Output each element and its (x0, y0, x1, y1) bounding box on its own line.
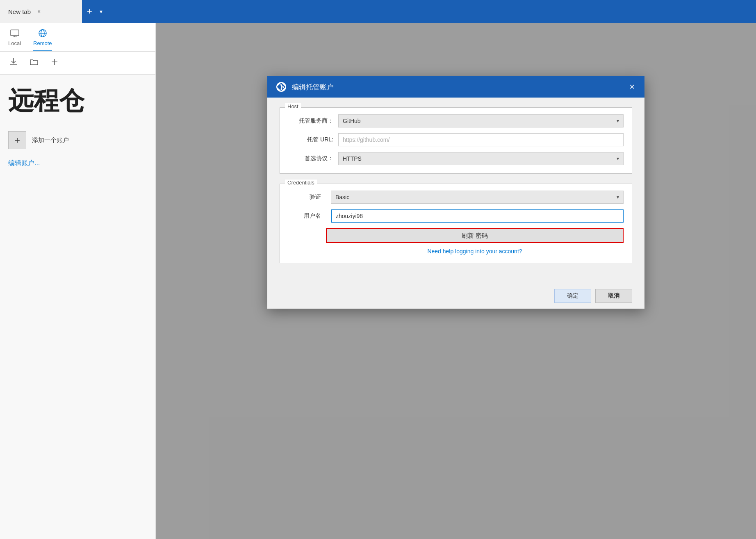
sidebar-nav: Local Remote (0, 23, 155, 52)
modal-header: 编辑托管账户 × (267, 76, 644, 98)
credentials-section: Credentials 验证 Basic ▾ 用户名 (280, 184, 632, 263)
username-input[interactable] (331, 209, 624, 223)
svg-rect-0 (11, 30, 19, 36)
auth-row: 验证 Basic ▾ (288, 191, 624, 204)
auth-label: 验证 (288, 193, 321, 201)
host-url-input[interactable]: https://github.com/ (338, 133, 624, 146)
tab-label: New tab (8, 8, 31, 15)
host-url-row: 托管 URL: https://github.com/ (288, 133, 624, 146)
local-tab-label: Local (8, 40, 21, 46)
host-provider-arrow: ▾ (617, 118, 619, 124)
host-provider-dropdown[interactable]: GitHub ▾ (338, 114, 624, 127)
add-account-label: 添加一个账户 (32, 136, 69, 144)
big-title-text: 远程仓 (8, 86, 84, 115)
host-url-placeholder: https://github.com/ (343, 136, 389, 143)
download-toolbar-button[interactable] (7, 55, 20, 71)
modal-overlay: 编辑托管账户 × Host 托管服务商： GitHub ▾ (156, 23, 756, 539)
add-account-button[interactable]: + (8, 131, 26, 149)
ok-button[interactable]: 确定 (554, 289, 591, 303)
host-legend: Host (285, 103, 301, 109)
tab-close-button[interactable]: × (35, 7, 43, 16)
host-protocol-arrow: ▾ (617, 156, 619, 161)
folder-toolbar-button[interactable] (27, 55, 41, 71)
host-section: Host 托管服务商： GitHub ▾ 托管 URL: (280, 107, 632, 174)
host-protocol-value: HTTPS (343, 155, 362, 162)
main-area: Local Remote (0, 23, 756, 539)
add-account-row: + 添加一个账户 (8, 131, 147, 149)
host-provider-label: 托管服务商： (288, 117, 333, 125)
sidebar: Local Remote (0, 23, 156, 539)
host-protocol-label: 首选协议： (288, 155, 333, 162)
credentials-legend: Credentials (285, 180, 317, 186)
host-provider-row: 托管服务商： GitHub ▾ (288, 114, 624, 127)
content-area: 编辑托管账户 × Host 托管服务商： GitHub ▾ (156, 23, 756, 539)
sidebar-item-local[interactable]: Local (8, 28, 21, 51)
refresh-password-button[interactable]: 刷新 密码 (326, 228, 624, 243)
auth-value: Basic (335, 194, 349, 200)
host-protocol-row: 首选协议： HTTPS ▾ (288, 152, 624, 165)
username-row: 用户名 (288, 209, 624, 223)
modal-body: Host 托管服务商： GitHub ▾ 托管 URL: (267, 98, 644, 283)
modal-title: 编辑托管账户 (292, 82, 623, 92)
modal-footer: 确定 取消 (267, 283, 644, 309)
big-title: 远程仓 (8, 87, 147, 115)
auth-dropdown[interactable]: Basic ▾ (331, 191, 624, 204)
help-link[interactable]: Need help logging into your account? (326, 248, 624, 255)
active-tab[interactable]: New tab × (0, 0, 82, 23)
host-url-label: 托管 URL: (288, 136, 333, 143)
username-label: 用户名 (288, 212, 321, 220)
new-tab-button[interactable]: + (82, 0, 97, 23)
modal-header-icon (276, 81, 287, 93)
title-bar: New tab × + ▾ (0, 0, 756, 23)
modal-dialog: 编辑托管账户 × Host 托管服务商： GitHub ▾ (267, 76, 644, 309)
host-provider-value: GitHub (343, 118, 361, 124)
edit-account-link[interactable]: 编辑账户... (8, 159, 147, 168)
sidebar-content: 远程仓 + 添加一个账户 编辑账户... (0, 75, 155, 539)
sidebar-item-remote[interactable]: Remote (33, 28, 52, 51)
modal-close-button[interactable]: × (628, 82, 636, 92)
sidebar-toolbar (0, 52, 155, 75)
cancel-button[interactable]: 取消 (595, 289, 632, 303)
host-protocol-dropdown[interactable]: HTTPS ▾ (338, 152, 624, 165)
remote-tab-label: Remote (33, 40, 52, 46)
add-toolbar-button[interactable] (48, 55, 61, 71)
tab-dropdown-button[interactable]: ▾ (97, 8, 105, 15)
auth-arrow: ▾ (617, 194, 619, 200)
